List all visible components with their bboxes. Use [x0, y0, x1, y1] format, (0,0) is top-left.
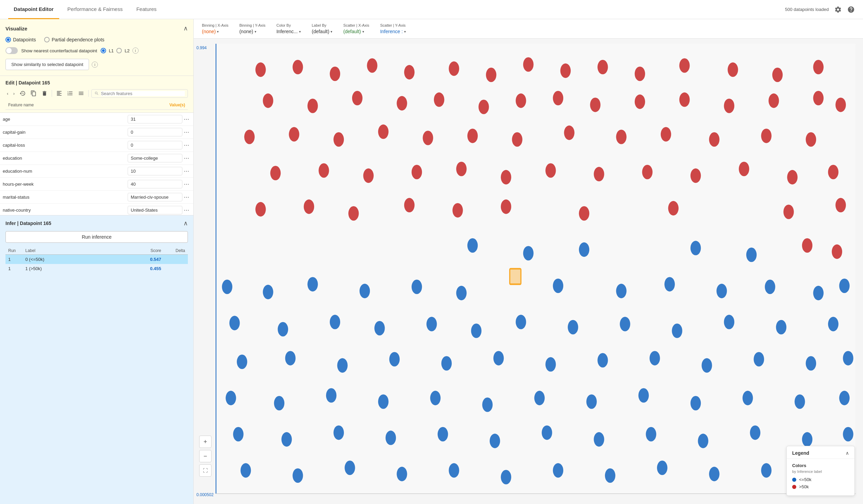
label-by-select[interactable]: (default) ▾: [312, 29, 332, 34]
feature-more-btn[interactable]: ⋯: [183, 181, 191, 188]
svg-point-59: [255, 202, 265, 217]
infer-row: 1 1 (>50k) 0.455: [5, 264, 188, 273]
l1l2-info-icon[interactable]: i: [133, 48, 139, 54]
svg-rect-76: [510, 269, 521, 284]
svg-point-142: [240, 463, 251, 478]
feature-name: native-country: [3, 208, 128, 213]
svg-point-139: [750, 425, 760, 440]
counterfactual-toggle[interactable]: [5, 47, 18, 54]
similarity-info-icon[interactable]: i: [92, 62, 98, 68]
next-btn[interactable]: ›: [12, 90, 16, 98]
binning-x-select[interactable]: (none) ▾: [202, 29, 228, 34]
svg-point-95: [471, 323, 481, 338]
infer-collapse-btn[interactable]: ∧: [184, 220, 188, 227]
svg-point-122: [534, 391, 545, 405]
svg-point-151: [709, 467, 719, 481]
feature-more-btn[interactable]: ⋯: [183, 142, 191, 148]
tab-datapoint-editor[interactable]: Datapoint Editor: [8, 0, 59, 19]
tab-features[interactable]: Features: [131, 0, 162, 19]
scatter-x-select[interactable]: (default) ▾: [343, 29, 369, 34]
svg-point-150: [657, 461, 667, 475]
feature-value-input[interactable]: [128, 193, 183, 202]
svg-point-10: [523, 57, 534, 72]
prev-btn[interactable]: ‹: [5, 90, 10, 98]
label-by-arrow: ▾: [330, 30, 332, 34]
similarity-btn[interactable]: Show similarity to selected datapoint: [5, 59, 89, 70]
l2-radio[interactable]: [116, 48, 122, 53]
infer-score-val: 0.455: [134, 266, 161, 271]
tab-performance-fairness[interactable]: Performance & Fairness: [62, 0, 128, 19]
fullscreen-btn[interactable]: ⛶: [199, 464, 212, 477]
search-input[interactable]: [101, 91, 185, 96]
svg-point-73: [746, 248, 756, 262]
radio-partial-dependence[interactable]: Partial dependence plots: [44, 37, 104, 42]
svg-point-58: [828, 165, 838, 179]
svg-point-14: [679, 58, 689, 73]
search-box: [91, 89, 188, 98]
feature-value-input[interactable]: [128, 167, 183, 176]
binning-y-arrow: ▾: [254, 30, 256, 34]
feature-value-input[interactable]: [128, 154, 183, 163]
binning-y-select[interactable]: (none) ▾: [239, 29, 265, 34]
svg-point-110: [598, 353, 608, 367]
feature-more-btn[interactable]: ⋯: [183, 194, 191, 201]
svg-point-126: [742, 391, 753, 405]
svg-point-148: [553, 463, 563, 478]
feature-value-input[interactable]: [128, 206, 183, 215]
feature-value-input[interactable]: [128, 128, 183, 137]
feature-more-btn[interactable]: ⋯: [183, 129, 191, 135]
infer-table-header: Run Label Score Delta: [5, 247, 188, 255]
feature-col-name: Feature name: [8, 103, 170, 107]
feature-more-btn[interactable]: ⋯: [183, 168, 191, 175]
svg-point-17: [813, 60, 823, 74]
copy-btn[interactable]: [29, 89, 38, 98]
help-icon[interactable]: [847, 6, 855, 13]
zoom-in-btn[interactable]: +: [199, 436, 212, 448]
radio-datapoints[interactable]: Datapoints: [5, 37, 36, 42]
scatter-y-select[interactable]: Inference : ▾: [380, 29, 406, 34]
svg-point-120: [430, 391, 440, 405]
svg-point-22: [434, 92, 444, 107]
run-inference-btn[interactable]: Run inference: [5, 231, 188, 243]
visualize-collapse-btn[interactable]: ∧: [184, 25, 188, 32]
gear-icon[interactable]: [834, 6, 842, 13]
left-panel: Visualize ∧ Datapoints Partial dependenc…: [0, 19, 194, 504]
svg-point-74: [802, 238, 812, 253]
svg-point-114: [806, 356, 816, 371]
l1-l2-group: L1 L2 i: [101, 48, 139, 54]
feature-more-btn[interactable]: ⋯: [183, 155, 191, 161]
svg-point-147: [501, 470, 511, 484]
infer-title: Infer | Datapoint 165: [5, 221, 51, 226]
color-by-select[interactable]: Inferenc... ▾: [276, 29, 301, 34]
delete-btn[interactable]: [40, 89, 49, 98]
counterfactual-label: Show nearest counterfactual datapoint: [21, 48, 97, 53]
legend-colors-title: Colors: [792, 463, 849, 468]
svg-point-136: [594, 432, 604, 447]
feature-more-btn[interactable]: ⋯: [183, 207, 191, 214]
svg-point-23: [478, 100, 489, 114]
legend-collapse-icon[interactable]: ∧: [846, 450, 849, 456]
control-binning-y: Binning | Y-Axis (none) ▾: [239, 23, 265, 34]
feature-value-input[interactable]: [128, 180, 183, 189]
zoom-out-btn[interactable]: −: [199, 450, 212, 462]
legend-item-blue: <=50k: [792, 477, 849, 482]
align-num-btn[interactable]: [66, 89, 75, 98]
svg-point-115: [843, 351, 853, 365]
toolbar-divider-2: [88, 90, 89, 97]
feature-more-btn[interactable]: ⋯: [183, 116, 191, 122]
format-btn[interactable]: [77, 89, 86, 98]
feature-name: marital-status: [3, 195, 128, 200]
align-left-btn[interactable]: [55, 89, 64, 98]
svg-point-83: [553, 279, 563, 293]
history-btn[interactable]: [18, 89, 27, 98]
feature-name: capital-gain: [3, 130, 128, 135]
svg-point-97: [568, 320, 578, 334]
l1-radio[interactable]: [101, 48, 106, 53]
feature-value-input[interactable]: [128, 141, 183, 150]
svg-point-49: [412, 165, 422, 179]
svg-point-135: [542, 425, 552, 440]
svg-point-63: [452, 203, 463, 218]
svg-point-70: [523, 246, 534, 260]
color-by-label: Color By: [276, 23, 301, 27]
feature-value-input[interactable]: [128, 115, 183, 124]
